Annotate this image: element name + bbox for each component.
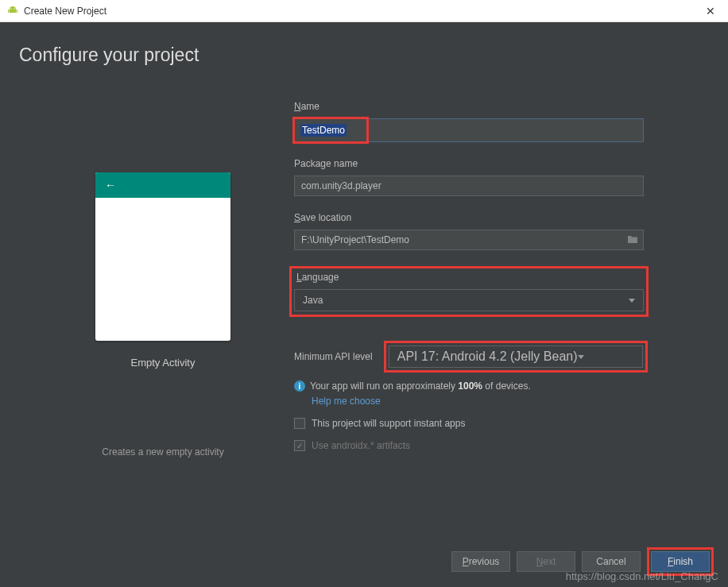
phone-header: ← xyxy=(95,172,230,198)
svg-point-0 xyxy=(10,8,11,9)
next-button: Next xyxy=(517,551,575,572)
name-label: Name xyxy=(294,101,696,112)
close-icon[interactable]: ✕ xyxy=(699,0,722,22)
template-name: Empty Activity xyxy=(131,357,196,369)
cancel-button[interactable]: Cancel xyxy=(582,551,641,572)
save-location-label: Save location xyxy=(294,212,696,223)
api-level-dropdown[interactable]: API 17: Android 4.2 (Jelly Bean) xyxy=(389,346,643,368)
language-label: Language xyxy=(296,272,644,283)
highlight-annotation: Finish xyxy=(647,547,714,576)
svg-rect-3 xyxy=(17,10,18,13)
package-label: Package name xyxy=(294,158,696,169)
svg-rect-2 xyxy=(8,10,10,13)
name-input[interactable]: TestDemo xyxy=(294,118,644,142)
android-logo-icon xyxy=(6,5,19,17)
highlight-annotation: API 17: Android 4.2 (Jelly Bean) xyxy=(384,341,648,373)
checkbox-checked-icon xyxy=(294,440,305,451)
api-level-label: Minimum API level xyxy=(294,351,373,362)
template-description: Creates a new empty activity xyxy=(102,446,223,458)
phone-preview: ← xyxy=(95,172,230,341)
instant-apps-checkbox-row[interactable]: This project will support instant apps xyxy=(294,418,696,429)
form-panel: Name TestDemo Package name Save location… xyxy=(294,96,696,458)
save-location-input[interactable]: F:\UnityProject\TestDemo xyxy=(294,230,644,250)
checkbox-icon[interactable] xyxy=(294,418,305,429)
help-me-choose-link[interactable]: Help me choose xyxy=(312,396,696,407)
folder-icon[interactable] xyxy=(627,233,638,247)
compatibility-info: i Your app will run on approximately 100… xyxy=(294,380,696,392)
finish-button[interactable]: Finish xyxy=(651,551,710,572)
info-icon: i xyxy=(294,380,305,392)
previous-button[interactable]: Previous xyxy=(451,551,510,572)
chevron-down-icon xyxy=(578,355,584,359)
page-title: Configure your project xyxy=(0,22,728,66)
titlebar: Create New Project ✕ xyxy=(0,0,728,22)
package-input[interactable] xyxy=(294,176,644,196)
back-arrow-icon: ← xyxy=(105,179,116,191)
svg-point-1 xyxy=(14,8,14,9)
template-preview-panel: ← Empty Activity Creates a new empty act… xyxy=(32,96,294,458)
language-dropdown[interactable]: Java xyxy=(294,289,644,311)
highlight-annotation: Language Java xyxy=(289,266,649,317)
window-title: Create New Project xyxy=(24,6,699,17)
chevron-down-icon xyxy=(629,299,635,303)
button-bar: Previous Next Cancel Finish xyxy=(451,547,714,576)
androidx-checkbox-row: Use androidx.* artifacts xyxy=(294,440,696,451)
content-area: Configure your project ← Empty Activity … xyxy=(0,22,728,587)
